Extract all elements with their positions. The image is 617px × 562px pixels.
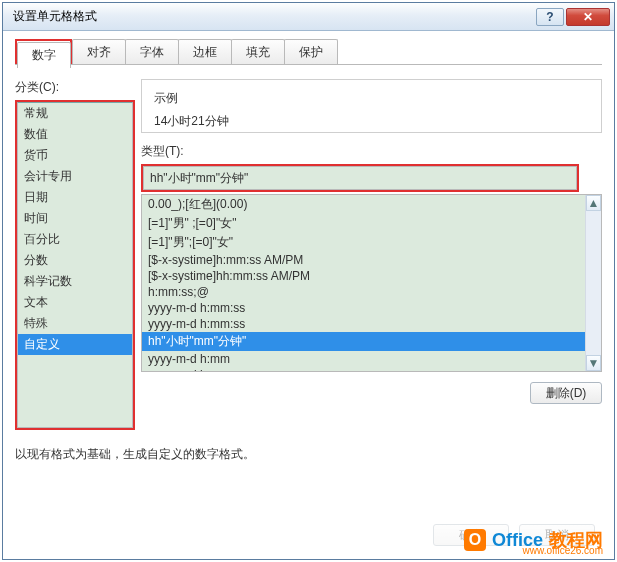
category-label: 分类(C): [15,79,135,96]
tab-label: 边框 [193,44,217,61]
category-item[interactable]: 特殊 [18,313,132,334]
tab-label: 字体 [140,44,164,61]
window-title: 设置单元格格式 [13,8,536,25]
tab-number[interactable]: 数字 [17,42,71,68]
tab-highlight-box: 数字 [15,39,72,64]
tab-label: 填充 [246,44,270,61]
scroll-track[interactable] [586,211,601,355]
type-item[interactable]: yyyy-m-d h:mm:ss [142,300,585,316]
category-item[interactable]: 百分比 [18,229,132,250]
tab-border[interactable]: 边框 [178,39,232,64]
type-input[interactable] [143,166,577,190]
main-row: 分类(C): 常规数值货币会计专用日期时间百分比分数科学记数文本特殊自定义 示例… [15,79,602,430]
type-item[interactable]: [$-x-systime]hh:mm:ss AM/PM [142,268,585,284]
type-list-container: 0.00_);[红色](0.00)[=1]"男" ;[=0]"女"[=1]"男"… [141,194,602,372]
type-item[interactable]: h:mm:ss;@ [142,284,585,300]
tab-label: 保护 [299,44,323,61]
category-item[interactable]: 会计专用 [18,166,132,187]
type-item[interactable]: [=1]"男" ;[=0]"女" [142,214,585,233]
category-item[interactable]: 货币 [18,145,132,166]
button-label: 删除(D) [546,385,587,402]
category-highlight-box: 常规数值货币会计专用日期时间百分比分数科学记数文本特殊自定义 [15,100,135,430]
tab-alignment[interactable]: 对齐 [72,39,126,64]
scrollbar[interactable]: ▲ ▼ [585,195,601,371]
category-item[interactable]: 数值 [18,124,132,145]
type-list[interactable]: 0.00_);[红色](0.00)[=1]"男" ;[=0]"女"[=1]"男"… [142,195,585,371]
sample-heading: 示例 [154,90,589,107]
type-item[interactable]: [$-x-systime]h:mm:ss AM/PM [142,252,585,268]
type-label: 类型(T): [141,143,602,160]
close-button[interactable]: ✕ [566,8,610,26]
branding: O Office 教程网 www.office26.com [464,528,603,552]
left-col: 分类(C): 常规数值货币会计专用日期时间百分比分数科学记数文本特殊自定义 [15,79,135,430]
sample-value: 14小时21分钟 [154,113,589,130]
tab-bar: 数字 对齐 字体 边框 填充 保护 [15,39,602,65]
category-item[interactable]: 分数 [18,250,132,271]
tab-font[interactable]: 字体 [125,39,179,64]
type-item[interactable]: yyyy-m-d h:mm [142,351,585,367]
right-col: 示例 14小时21分钟 类型(T): 0.00_);[红色](0.00)[=1]… [141,79,602,430]
help-button[interactable]: ? [536,8,564,26]
category-item[interactable]: 自定义 [18,334,132,355]
titlebar-buttons: ? ✕ [536,8,610,26]
category-list[interactable]: 常规数值货币会计专用日期时间百分比分数科学记数文本特殊自定义 [17,102,133,428]
dialog-window: 设置单元格格式 ? ✕ 数字 对齐 字体 边框 填充 保护 分类(C): 常规数… [2,2,615,560]
logo-icon: O [464,529,486,551]
close-icon: ✕ [583,10,593,24]
content: 数字 对齐 字体 边框 填充 保护 分类(C): 常规数值货币会计专用日期时间百… [3,31,614,471]
category-item[interactable]: 科学记数 [18,271,132,292]
type-item[interactable]: [=1]"男";[=0]"女" [142,233,585,252]
scroll-up-icon[interactable]: ▲ [586,195,601,211]
hint-text: 以现有格式为基础，生成自定义的数字格式。 [15,446,602,463]
tab-fill[interactable]: 填充 [231,39,285,64]
type-highlight-box [141,164,579,192]
category-item[interactable]: 文本 [18,292,132,313]
type-item[interactable]: 0.00_);[红色](0.00) [142,195,585,214]
sample-box: 示例 14小时21分钟 [141,79,602,133]
type-item[interactable]: hh"小时"mm"分钟" [142,332,585,351]
tab-label: 对齐 [87,44,111,61]
tab-label: 数字 [32,47,56,64]
titlebar[interactable]: 设置单元格格式 ? ✕ [3,3,614,31]
tab-protection[interactable]: 保护 [284,39,338,64]
delete-button[interactable]: 删除(D) [530,382,602,404]
scroll-down-icon[interactable]: ▼ [586,355,601,371]
category-item[interactable]: 日期 [18,187,132,208]
type-item[interactable]: yyyy-m-d h:mm:ss [142,316,585,332]
type-item[interactable]: yyyy-m-d h:mm [142,367,585,371]
category-item[interactable]: 常规 [18,103,132,124]
delete-row: 删除(D) [141,382,602,404]
category-item[interactable]: 时间 [18,208,132,229]
brand-url: www.office26.com [523,545,603,556]
